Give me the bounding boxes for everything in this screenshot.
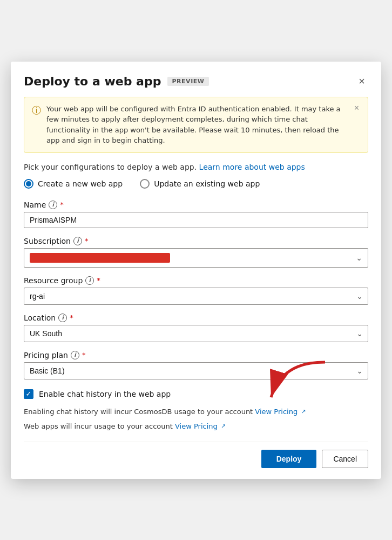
pricing-plan-label-row: Pricing plan i * <box>24 351 368 359</box>
subscription-redacted-bar <box>30 253 170 263</box>
dialog-close-button[interactable]: × <box>355 75 368 88</box>
location-label: Location <box>24 314 56 322</box>
cosmosdb-view-pricing-text: View Pricing <box>255 408 298 416</box>
subscription-dropdown[interactable]: ⌄ <box>24 248 368 268</box>
cosmosdb-info-line: Enabling chat history will incur CosmosD… <box>24 406 368 417</box>
radio-update-label: Update an existing web app <box>154 179 260 188</box>
preview-badge: PREVIEW <box>167 77 208 86</box>
name-required-star: * <box>60 201 64 209</box>
name-label-row: Name i * <box>24 201 368 209</box>
location-wrapper: UK South ⌄ <box>24 325 368 342</box>
subscription-label: Subscription <box>24 237 71 245</box>
enable-chat-history-label: Enable chat history in the web app <box>39 390 171 398</box>
deploy-dialog: Deploy to a web app PREVIEW × ⓘ Your web… <box>11 62 381 479</box>
location-info-icon[interactable]: i <box>58 314 67 322</box>
resource-group-label: Resource group <box>24 276 83 285</box>
pick-config-text: Pick your configurations to deploy a web… <box>24 163 368 171</box>
resource-group-wrapper: rg-ai ⌄ <box>24 288 368 305</box>
webapp-info-prefix: Web apps will incur usage to your accoun… <box>24 422 173 430</box>
webapp-view-pricing-link[interactable]: View Pricing ↗ <box>175 422 226 430</box>
radio-create-new-label: Create a new web app <box>38 179 123 188</box>
pick-config-label: Pick your configurations to deploy a web… <box>24 163 197 171</box>
resource-group-info-icon[interactable]: i <box>85 276 94 285</box>
dialog-title: Deploy to a web app <box>24 75 161 88</box>
name-label: Name <box>24 201 46 209</box>
pricing-plan-select[interactable]: Basic (B1) <box>24 362 368 379</box>
subscription-chevron-icon: ⌄ <box>356 254 362 262</box>
external-link-icon-1: ↗ <box>301 408 306 415</box>
name-info-icon[interactable]: i <box>49 201 57 209</box>
location-required-star: * <box>70 314 73 322</box>
deploy-button[interactable]: Deploy <box>261 450 317 468</box>
warning-close-button[interactable]: × <box>353 104 360 112</box>
resource-group-label-row: Resource group i * <box>24 276 368 285</box>
learn-more-link[interactable]: Learn more about web apps <box>199 163 305 171</box>
location-field-section: Location i * UK South ⌄ <box>24 314 368 342</box>
webapp-view-pricing-text: View Pricing <box>175 422 218 430</box>
external-link-icon-2: ↗ <box>221 423 226 430</box>
info-circle-icon: ⓘ <box>32 104 41 117</box>
warning-banner: ⓘ Your web app will be configured with E… <box>24 97 368 153</box>
checkmark-icon: ✓ <box>26 390 32 397</box>
cosmosdb-view-pricing-link[interactable]: View Pricing ↗ <box>255 408 306 416</box>
enable-chat-history-section: ✓ Enable chat history in the web app <box>24 389 368 399</box>
name-field-section: Name i * <box>24 201 368 228</box>
pricing-plan-wrapper: Basic (B1) ⌄ <box>24 362 368 379</box>
resource-group-select[interactable]: rg-ai <box>24 288 368 305</box>
location-label-row: Location i * <box>24 314 368 322</box>
dialog-header: Deploy to a web app PREVIEW × <box>24 75 368 88</box>
checkbox-container: ✓ Enable chat history in the web app <box>24 389 368 399</box>
radio-create-new[interactable]: Create a new web app <box>24 179 123 189</box>
footer-buttons: Deploy Cancel <box>24 442 368 468</box>
enable-chat-history-checkbox[interactable]: ✓ <box>24 389 33 399</box>
subscription-field-section: Subscription i * ⌄ <box>24 237 368 268</box>
warning-text: Your web app will be configured with Ent… <box>46 104 348 146</box>
cancel-button[interactable]: Cancel <box>322 450 368 468</box>
name-input[interactable] <box>24 212 368 228</box>
resource-group-field-section: Resource group i * rg-ai ⌄ <box>24 276 368 305</box>
radio-update-existing[interactable]: Update an existing web app <box>140 179 260 189</box>
subscription-required-star: * <box>85 237 89 245</box>
subscription-info-icon[interactable]: i <box>73 237 82 245</box>
location-select[interactable]: UK South <box>24 325 368 342</box>
radio-create-new-circle <box>24 179 33 189</box>
cosmosdb-info-prefix: Enabling chat history will incur CosmosD… <box>24 408 253 416</box>
webapp-info-line: Web apps will incur usage to your accoun… <box>24 421 368 432</box>
title-row: Deploy to a web app PREVIEW <box>24 75 209 88</box>
pricing-plan-label: Pricing plan <box>24 351 68 359</box>
subscription-label-row: Subscription i * <box>24 237 368 245</box>
radio-update-circle <box>140 179 150 189</box>
resource-group-required-star: * <box>97 276 100 284</box>
radio-group: Create a new web app Update an existing … <box>24 179 368 189</box>
pricing-plan-required-star: * <box>82 351 86 359</box>
pricing-plan-info-icon[interactable]: i <box>71 351 79 359</box>
pricing-plan-field-section: Pricing plan i * Basic (B1) ⌄ <box>24 351 368 379</box>
